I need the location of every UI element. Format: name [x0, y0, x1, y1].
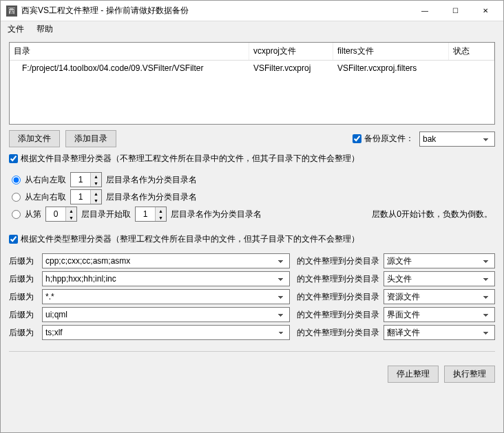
up-icon[interactable]: ▲	[91, 173, 101, 180]
footer-buttons: 停止整理 执行整理	[9, 366, 495, 383]
suffix-row: 后缀为ui;qml的文件整理到分类目录界面文件	[9, 307, 495, 322]
radio-right-to-left[interactable]	[12, 176, 21, 184]
stop-button[interactable]: 停止整理	[388, 366, 439, 383]
opt3-label-a: 从第	[25, 209, 41, 220]
opt3-spinner-1[interactable]: ▲▼	[45, 207, 77, 222]
opt2-label-b: 层目录名作为分类目录名	[106, 191, 197, 203]
menu-help[interactable]: 帮助	[36, 23, 53, 35]
divider	[9, 351, 495, 352]
up-icon[interactable]: ▲	[156, 207, 166, 214]
ext-combo[interactable]: cpp;c;cxx;cc;asm;asmx	[42, 253, 290, 268]
cell-vcx: VSFilter.vcxproj	[249, 61, 333, 76]
suffix-row: 后缀为ts;xlf的文件整理到分类目录翻译文件	[9, 325, 495, 340]
suffix-row: 后缀为h;hpp;hxx;hh;inl;inc的文件整理到分类目录头文件	[9, 271, 495, 286]
backup-label: 备份原文件：	[364, 133, 414, 145]
classify-label: 的文件整理到分类目录	[297, 273, 379, 285]
titlebar: 西 西宾VS工程文件整理 - 操作前请做好数据备份 — ☐ ✕	[1, 1, 503, 21]
opt2-spinner-input[interactable]	[71, 190, 90, 204]
cell-dir: F:/project/14.toolbox/04.code/09.VSFilte…	[10, 61, 249, 76]
dir-classifier-checkbox[interactable]: 根据文件目录整理分类器（不整理工程文件所在目录中的文件，但其子目录下的文件会整理…	[9, 153, 495, 165]
backup-checkbox[interactable]: 备份原文件：	[353, 133, 414, 145]
window-title: 西宾VS工程文件整理 - 操作前请做好数据备份	[21, 5, 410, 17]
up-icon[interactable]: ▲	[91, 190, 101, 197]
folder-combo[interactable]: 头文件	[384, 271, 495, 286]
run-button[interactable]: 执行整理	[444, 366, 495, 383]
menubar: 文件 帮助	[1, 21, 503, 36]
ext-combo[interactable]: ts;xlf	[42, 325, 290, 340]
col-header-filters[interactable]: filters文件	[333, 43, 449, 60]
suffix-row: 后缀为cpp;c;cxx;cc;asm;asmx的文件整理到分类目录源文件	[9, 253, 495, 268]
add-row: 添加文件 添加目录 备份原文件： bak	[9, 130, 495, 147]
add-file-button[interactable]: 添加文件	[9, 130, 60, 147]
opt3-label-c: 层目录名作为分类目录名	[171, 209, 262, 220]
file-list-header: 目录 vcxproj文件 filters文件 状态	[10, 43, 494, 61]
opt1-label-a: 从右向左取	[25, 174, 66, 186]
minimize-button[interactable]: —	[410, 1, 440, 21]
ext-combo[interactable]: ui;qml	[42, 307, 290, 322]
down-icon[interactable]: ▼	[91, 197, 101, 204]
suffix-label: 后缀为	[9, 327, 38, 339]
radio-from-n[interactable]	[12, 210, 21, 219]
close-button[interactable]: ✕	[470, 1, 501, 21]
down-icon[interactable]: ▼	[91, 180, 101, 187]
content-area: 目录 vcxproj文件 filters文件 状态 F:/project/14.…	[1, 36, 503, 432]
maximize-button[interactable]: ☐	[440, 1, 470, 21]
layer-note: 层数从0开始计数，负数为倒数。	[372, 209, 495, 220]
classify-label: 的文件整理到分类目录	[297, 327, 379, 339]
type-classifier-label: 根据文件类型整理分类器（整理工程文件所在目录中的文件，但其子目录下的文件不会整理…	[21, 233, 359, 245]
ext-combo[interactable]: *.*	[42, 289, 290, 304]
file-list[interactable]: 目录 vcxproj文件 filters文件 状态 F:/project/14.…	[9, 42, 495, 125]
suffix-label: 后缀为	[9, 273, 38, 285]
col-header-vcx[interactable]: vcxproj文件	[249, 43, 333, 60]
folder-combo[interactable]: 源文件	[384, 253, 495, 268]
folder-combo[interactable]: 界面文件	[384, 307, 495, 322]
folder-combo[interactable]: 翻译文件	[384, 325, 495, 340]
folder-combo[interactable]: 资源文件	[384, 289, 495, 304]
type-classifier-checkbox[interactable]: 根据文件类型整理分类器（整理工程文件所在目录中的文件，但其子目录下的文件不会整理…	[9, 233, 495, 245]
menu-file[interactable]: 文件	[8, 23, 24, 35]
col-header-dir[interactable]: 目录	[10, 43, 249, 60]
col-header-status[interactable]: 状态	[449, 43, 494, 60]
suffix-rules: 后缀为cpp;c;cxx;cc;asm;asmx的文件整理到分类目录源文件后缀为…	[9, 251, 495, 343]
app-icon: 西	[6, 6, 17, 17]
opt2-label-a: 从左向右取	[25, 191, 66, 203]
backup-ext-combo[interactable]: bak	[419, 131, 495, 147]
app-window: 西 西宾VS工程文件整理 - 操作前请做好数据备份 — ☐ ✕ 文件 帮助 目录…	[0, 0, 504, 433]
opt1-spinner-input[interactable]	[71, 173, 90, 187]
opt3-spinner2-input[interactable]	[136, 207, 155, 221]
table-row[interactable]: F:/project/14.toolbox/04.code/09.VSFilte…	[10, 61, 494, 76]
add-dir-button[interactable]: 添加目录	[65, 130, 116, 147]
down-icon[interactable]: ▼	[66, 214, 76, 221]
opt-right-to-left: 从右向左取 ▲▼ 层目录名作为分类目录名	[12, 172, 495, 187]
opt1-label-b: 层目录名作为分类目录名	[106, 174, 197, 186]
classify-label: 的文件整理到分类目录	[297, 291, 379, 303]
up-icon[interactable]: ▲	[66, 207, 76, 214]
dir-classifier-options: 从右向左取 ▲▼ 层目录名作为分类目录名 从左向右取 ▲▼ 层目录名作为分类目录…	[9, 170, 495, 224]
opt3-label-b: 层目录开始取	[81, 209, 131, 220]
dir-classifier-check-input[interactable]	[9, 154, 18, 163]
opt-from-n: 从第 ▲▼ 层目录开始取 ▲▼ 层目录名作为分类目录名 层数从0开始计数，负数为…	[12, 207, 495, 222]
opt3-spinner-2[interactable]: ▲▼	[135, 207, 167, 222]
suffix-label: 后缀为	[9, 309, 38, 321]
cell-filters: VSFilter.vcxproj.filters	[333, 61, 449, 76]
suffix-row: 后缀为*.*的文件整理到分类目录资源文件	[9, 289, 495, 304]
opt-left-to-right: 从左向右取 ▲▼ 层目录名作为分类目录名	[12, 189, 495, 204]
radio-left-to-right[interactable]	[12, 193, 21, 202]
backup-check-input[interactable]	[353, 134, 361, 143]
ext-combo[interactable]: h;hpp;hxx;hh;inl;inc	[42, 271, 290, 286]
dir-classifier-label: 根据文件目录整理分类器（不整理工程文件所在目录中的文件，但其子目录下的文件会整理…	[21, 153, 359, 165]
type-classifier-check-input[interactable]	[9, 235, 18, 244]
suffix-label: 后缀为	[9, 255, 38, 267]
cell-status	[449, 61, 494, 76]
opt3-spinner1-input[interactable]	[46, 207, 65, 221]
classify-label: 的文件整理到分类目录	[297, 255, 379, 267]
classify-label: 的文件整理到分类目录	[297, 309, 379, 321]
opt2-spinner[interactable]: ▲▼	[70, 189, 102, 204]
opt1-spinner[interactable]: ▲▼	[70, 172, 102, 187]
down-icon[interactable]: ▼	[156, 214, 166, 221]
suffix-label: 后缀为	[9, 291, 38, 303]
